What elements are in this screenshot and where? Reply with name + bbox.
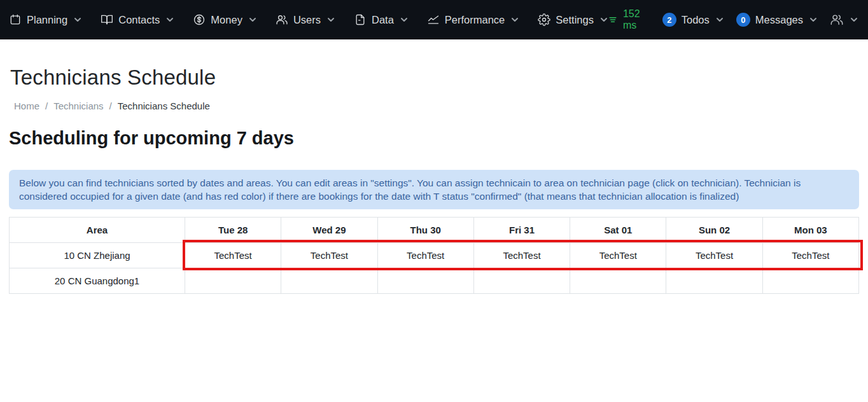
- technician-link[interactable]: TechTest: [185, 243, 281, 268]
- messages-dropdown[interactable]: 0 Messages: [736, 13, 817, 27]
- column-header: Sat 01: [570, 218, 666, 243]
- empty-schedule-cell: [185, 268, 281, 294]
- chevron-down-icon: [400, 17, 408, 22]
- chevron-down-icon: [166, 17, 174, 22]
- file-icon: [354, 13, 367, 26]
- nav-item-performance[interactable]: Performance: [427, 13, 519, 26]
- messages-label: Messages: [755, 14, 803, 26]
- speed-lines-icon: [608, 13, 618, 26]
- technician-link[interactable]: TechTest: [570, 243, 666, 268]
- nav-item-users[interactable]: Users: [276, 13, 335, 26]
- breadcrumb-home[interactable]: Home: [14, 100, 39, 111]
- table-row: 20 CN Guangdong1: [10, 268, 859, 294]
- nav-item-data[interactable]: Data: [354, 13, 408, 26]
- latency-indicator: 152 ms: [608, 8, 650, 31]
- column-header: Mon 03: [762, 218, 858, 243]
- empty-schedule-cell: [377, 268, 473, 294]
- column-header: Tue 28: [185, 218, 281, 243]
- empty-schedule-cell: [762, 268, 858, 294]
- empty-schedule-cell: [473, 268, 570, 294]
- schedule-table-body: 10 CN ZhejiangTechTestTechTestTechTestTe…: [10, 243, 859, 294]
- nav-item-label: Performance: [445, 14, 505, 26]
- page-title: Technicians Schedule: [10, 66, 859, 90]
- chevron-down-icon: [716, 17, 724, 22]
- nav-item-money[interactable]: Money: [193, 13, 256, 26]
- column-header: Wed 29: [281, 218, 377, 243]
- calendar-icon: [9, 13, 22, 26]
- technician-link[interactable]: TechTest: [473, 243, 570, 268]
- nav-item-label: Users: [293, 14, 321, 26]
- top-navbar: Planning Contacts Money Users: [0, 0, 868, 39]
- section-heading: Scheduling for upcoming 7 days: [9, 128, 859, 148]
- column-header: Thu 30: [377, 218, 473, 243]
- main-menu: Planning Contacts Money Users: [9, 13, 608, 26]
- nav-item-planning[interactable]: Planning: [9, 13, 81, 26]
- info-alert: Below you can find technicians sorted by…: [9, 170, 859, 209]
- account-dropdown[interactable]: [830, 13, 858, 27]
- breadcrumb-separator: /: [109, 100, 112, 111]
- todos-count-badge: 2: [662, 13, 676, 27]
- chevron-down-icon: [850, 17, 858, 22]
- breadcrumb-technicians[interactable]: Technicians: [53, 100, 103, 111]
- gear-icon: [538, 13, 550, 26]
- messages-count-badge: 0: [736, 13, 750, 27]
- nav-item-label: Money: [211, 14, 242, 26]
- schedule-table: AreaTue 28Wed 29Thu 30Fri 31Sat 01Sun 02…: [9, 217, 859, 294]
- latency-value: 152 ms: [623, 8, 650, 31]
- nav-item-label: Settings: [556, 14, 594, 26]
- book-icon: [101, 13, 113, 26]
- nav-item-contacts[interactable]: Contacts: [101, 13, 174, 26]
- table-row: 10 CN ZhejiangTechTestTechTestTechTestTe…: [10, 243, 859, 268]
- technician-link[interactable]: TechTest: [281, 243, 377, 268]
- nav-item-label: Data: [372, 14, 394, 26]
- technician-link[interactable]: TechTest: [762, 243, 858, 268]
- nav-item-label: Contacts: [118, 14, 160, 26]
- todos-label: Todos: [682, 14, 710, 26]
- chevron-down-icon: [511, 17, 519, 22]
- chevron-down-icon: [74, 17, 81, 22]
- chevron-down-icon: [600, 17, 608, 22]
- navbar-right: 152 ms 2 Todos 0 Messages: [608, 8, 858, 31]
- area-cell: 10 CN Zhejiang: [10, 243, 185, 268]
- empty-schedule-cell: [666, 268, 762, 294]
- technician-link[interactable]: TechTest: [666, 243, 762, 268]
- nav-item-settings[interactable]: Settings: [538, 13, 608, 26]
- page-content: Technicians Schedule Home / Technicians …: [0, 66, 868, 294]
- column-header: Sun 02: [666, 218, 762, 243]
- schedule-table-head-row: AreaTue 28Wed 29Thu 30Fri 31Sat 01Sun 02…: [10, 218, 859, 243]
- breadcrumb-separator: /: [45, 100, 48, 111]
- empty-schedule-cell: [281, 268, 377, 294]
- chevron-down-icon: [809, 17, 817, 22]
- users-icon: [830, 13, 844, 27]
- empty-schedule-cell: [570, 268, 666, 294]
- chevron-down-icon: [327, 17, 335, 22]
- chevron-down-icon: [249, 17, 256, 22]
- column-header: Fri 31: [473, 218, 570, 243]
- area-cell: 20 CN Guangdong1: [10, 268, 185, 294]
- breadcrumb-current: Technicians Schedule: [118, 100, 210, 111]
- schedule-table-wrapper: AreaTue 28Wed 29Thu 30Fri 31Sat 01Sun 02…: [9, 217, 859, 294]
- dollar-circle-icon: [193, 13, 206, 26]
- todos-dropdown[interactable]: 2 Todos: [662, 13, 724, 27]
- column-header: Area: [10, 218, 185, 243]
- technician-link[interactable]: TechTest: [377, 243, 473, 268]
- nav-item-label: Planning: [27, 14, 67, 26]
- chart-line-icon: [427, 13, 440, 26]
- breadcrumb: Home / Technicians / Technicians Schedul…: [14, 100, 859, 111]
- users-icon: [276, 13, 288, 26]
